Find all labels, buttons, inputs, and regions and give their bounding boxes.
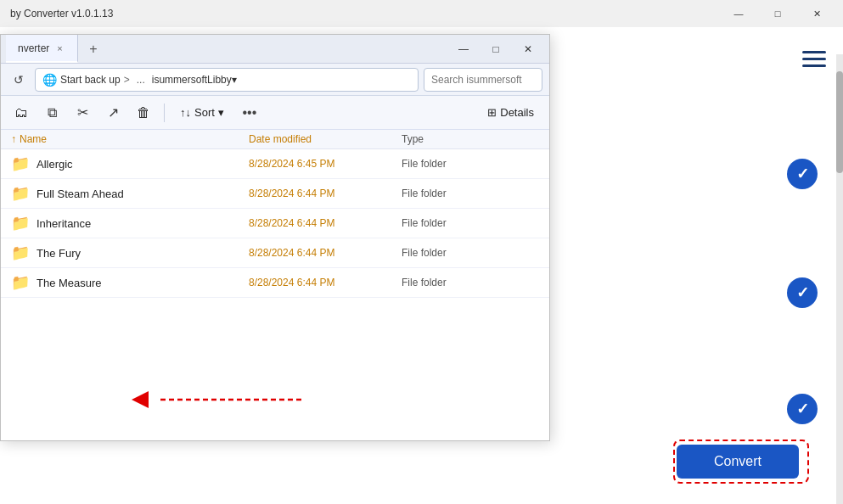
file-type: File folder <box>402 188 503 199</box>
path-start: Start back up <box>60 74 121 86</box>
search-input[interactable] <box>431 74 533 86</box>
app-title: by Converter v1.0.1.13 <box>7 8 113 20</box>
path-current-folder: isummersoftLibby▾ <box>152 74 237 86</box>
file-name-cell: 📁 Inheritance <box>11 214 249 232</box>
file-date: 8/28/2024 6:44 PM <box>249 188 402 199</box>
maximize-button[interactable]: □ <box>758 0 797 27</box>
file-name-cell: 📁 Allergic <box>11 154 249 173</box>
sort-icon: ↑↓ <box>180 106 191 119</box>
explorer-tabs: nverter × + <box>6 35 105 63</box>
scrollbar-thumb <box>836 71 843 173</box>
address-path[interactable]: 🌐 Start back up > ... isummersoftLibby▾ <box>35 68 419 92</box>
sort-up-icon: ↑ <box>11 133 16 145</box>
file-date: 8/28/2024 6:44 PM <box>249 247 402 259</box>
convert-button[interactable]: Convert <box>677 445 799 479</box>
explorer-tab-close-button[interactable]: × <box>54 42 65 54</box>
copy-button[interactable]: ⧉ <box>38 99 65 126</box>
file-name: Inheritance <box>37 217 91 230</box>
column-date[interactable]: Date modified <box>249 133 402 145</box>
title-bar: by Converter v1.0.1.13 — □ ✕ <box>0 0 843 27</box>
file-type: File folder <box>402 277 503 288</box>
folder-icon: 📁 <box>11 244 30 262</box>
checkmark-3 <box>787 394 818 424</box>
explorer-close-button[interactable]: ✕ <box>512 37 544 61</box>
convert-button-label: Convert <box>714 454 762 469</box>
path-separator-1: > <box>124 74 130 86</box>
file-date: 8/28/2024 6:44 PM <box>249 217 402 229</box>
file-date: 8/28/2024 6:45 PM <box>249 158 402 170</box>
file-name: Full Steam Ahead <box>37 188 124 200</box>
folder-icon: 📁 <box>11 273 30 292</box>
details-button[interactable]: ⊞ Details <box>479 103 542 122</box>
file-name: The Measure <box>37 277 102 289</box>
file-type: File folder <box>402 217 503 229</box>
cut-button[interactable]: ✂ <box>69 99 96 126</box>
explorer-window-controls: — □ ✕ <box>447 37 544 61</box>
search-box[interactable] <box>424 68 542 92</box>
explorer-address-bar: ↺ 🌐 Start back up > ... isummersoftLibby… <box>1 64 549 96</box>
file-type: File folder <box>402 247 503 259</box>
share-button[interactable]: ↗ <box>99 99 126 126</box>
sort-chevron-icon: ▾ <box>218 106 224 119</box>
hamburger-line-1 <box>802 51 826 53</box>
toolbar-divider <box>164 104 165 122</box>
details-icon: ⊞ <box>487 106 497 119</box>
sort-label: Sort <box>194 106 215 119</box>
file-date: 8/28/2024 6:44 PM <box>249 277 402 288</box>
checkmark-2 <box>787 277 818 308</box>
file-type: File folder <box>402 158 503 170</box>
explorer-title-bar: nverter × + — □ ✕ <box>1 35 549 64</box>
folder-icon: 📁 <box>11 214 30 232</box>
column-type[interactable]: Type <box>402 133 503 145</box>
right-scrollbar[interactable] <box>836 54 843 504</box>
file-name: Allergic <box>37 158 73 171</box>
explorer-tab-label: nverter <box>18 42 49 54</box>
table-row[interactable]: 📁 Allergic 8/28/2024 6:45 PM File folder <box>1 149 549 179</box>
title-bar-controls: — □ ✕ <box>719 0 836 27</box>
column-name[interactable]: ↑ Name <box>11 133 249 145</box>
file-list-header: ↑ Name Date modified Type <box>1 130 549 149</box>
delete-button[interactable]: 🗑 <box>130 99 157 126</box>
file-name-cell: 📁 Full Steam Ahead <box>11 184 249 203</box>
more-options-button[interactable]: ••• <box>236 99 263 126</box>
hamburger-line-2 <box>802 58 826 60</box>
folder-icon: 📁 <box>11 184 30 203</box>
refresh-button[interactable]: ↺ <box>8 69 30 91</box>
globe-icon: 🌐 <box>42 73 57 87</box>
table-row[interactable]: 📁 Full Steam Ahead 8/28/2024 6:44 PM Fil… <box>1 179 549 209</box>
explorer-window: nverter × + — □ ✕ ↺ 🌐 Start back up > ..… <box>0 34 550 441</box>
explorer-minimize-button[interactable]: — <box>447 37 480 61</box>
file-name: The Fury <box>37 247 81 260</box>
file-name-cell: 📁 The Fury <box>11 244 249 262</box>
new-folder-button[interactable]: 🗂 <box>8 99 35 126</box>
table-row[interactable]: 📁 The Fury 8/28/2024 6:44 PM File folder <box>1 238 549 268</box>
explorer-maximize-button[interactable]: □ <box>480 37 512 61</box>
explorer-toolbar: 🗂 ⧉ ✂ ↗ 🗑 ↑↓ Sort ▾ ••• ⊞ Details <box>1 96 549 130</box>
new-tab-button[interactable]: + <box>81 37 105 61</box>
minimize-button[interactable]: — <box>719 0 758 27</box>
checkmark-1 <box>787 159 818 189</box>
close-button[interactable]: ✕ <box>797 0 836 27</box>
path-more-button[interactable]: ... <box>133 74 149 86</box>
sort-button[interactable]: ↑↓ Sort ▾ <box>171 103 233 122</box>
table-row[interactable]: 📁 The Measure 8/28/2024 6:44 PM File fol… <box>1 268 549 298</box>
details-label: Details <box>500 106 534 119</box>
table-row[interactable]: 📁 Inheritance 8/28/2024 6:44 PM File fol… <box>1 209 549 238</box>
folder-icon: 📁 <box>11 154 30 173</box>
explorer-tab-active[interactable]: nverter × <box>6 35 78 63</box>
file-name-cell: 📁 The Measure <box>11 273 249 292</box>
file-list-area[interactable]: ↑ Name Date modified Type 📁 Allergic 8/2… <box>1 130 549 298</box>
hamburger-menu[interactable] <box>802 51 826 67</box>
hamburger-line-3 <box>802 64 826 67</box>
